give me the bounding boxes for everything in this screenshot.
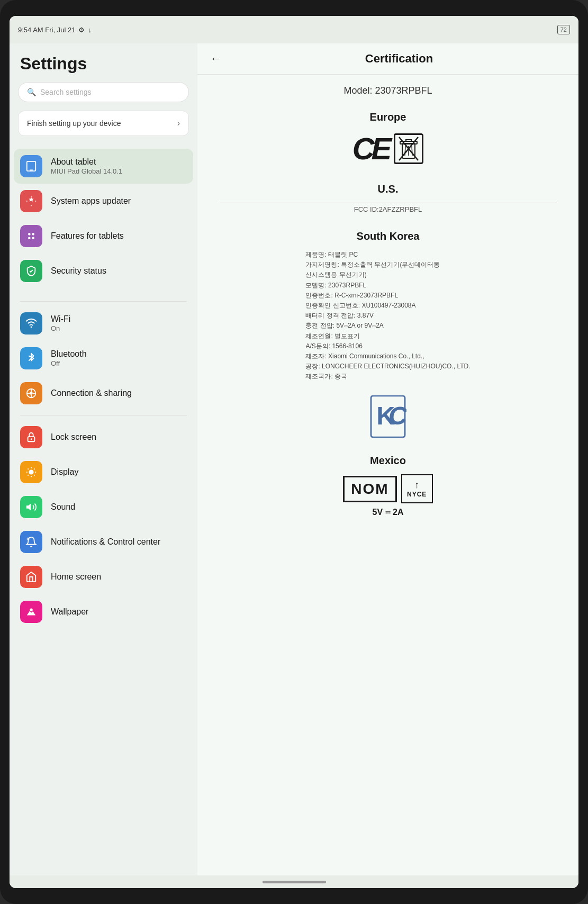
sidebar-item-lock-screen[interactable]: Lock screen	[10, 420, 197, 455]
sound-text: Sound	[51, 502, 187, 512]
sidebar-item-notifications[interactable]: Notifications & Control center	[10, 525, 197, 559]
cert-europe-section: Europe CE	[219, 111, 557, 166]
connection-text: Connection & sharing	[51, 388, 187, 398]
bluetooth-sublabel: Off	[51, 359, 187, 367]
lock-screen-label: Lock screen	[51, 432, 187, 442]
sidebar-item-system-apps[interactable]: System apps updater	[10, 184, 197, 219]
download-icon: ↓	[88, 26, 92, 34]
cert-europe-logos: CE	[219, 131, 557, 166]
svg-point-5	[32, 237, 34, 239]
display-icon	[20, 461, 42, 483]
divider-1	[20, 301, 187, 302]
device-frame: 9:54 AM Fri, Jul 21 ⚙ ↓ 72 Settings 🔍 Se…	[0, 0, 588, 904]
sidebar-item-home-screen[interactable]: Home screen	[10, 559, 197, 594]
display-label: Display	[51, 467, 187, 477]
bluetooth-icon	[20, 347, 42, 369]
features-text: Features for tablets	[51, 231, 187, 241]
sidebar-title: Settings	[10, 54, 197, 82]
about-tablet-text: About tablet MIUI Pad Global 14.0.1	[51, 157, 187, 175]
fcc-id: FCC ID:2AFZZRPBFL	[219, 203, 557, 213]
sidebar-item-connection[interactable]: Connection & sharing	[10, 376, 197, 411]
sidebar-item-wallpaper[interactable]: Wallpaper	[10, 594, 197, 629]
svg-point-15	[29, 469, 33, 474]
wifi-sublabel: On	[51, 324, 187, 332]
settings-icon: ⚙	[78, 26, 85, 34]
korea-details: 제품명: 태블릿 PC 가지제명칭: 특정소출력 무선기기(무선데이터통 신시스…	[305, 250, 470, 390]
battery-indicator: 72	[557, 25, 570, 34]
sidebar-item-features[interactable]: Features for tablets	[10, 219, 197, 254]
nyce-mark: ↑ NYCE	[401, 474, 433, 503]
svg-point-2	[28, 233, 31, 236]
sidebar-item-display[interactable]: Display	[10, 455, 197, 490]
features-label: Features for tablets	[51, 231, 187, 241]
certification-body: Model: 23073RPBFL Europe CE	[197, 75, 578, 875]
status-bar: 9:54 AM Fri, Jul 21 ⚙ ↓ 72	[10, 16, 578, 43]
home-icon	[20, 566, 42, 588]
wifi-icon	[20, 312, 42, 335]
sidebar-item-sound[interactable]: Sound	[10, 490, 197, 525]
nav-pill	[263, 881, 326, 883]
svg-point-4	[28, 237, 31, 239]
sidebar-item-security[interactable]: Security status	[10, 254, 197, 288]
sound-icon	[20, 496, 42, 518]
sidebar-item-about-tablet[interactable]: About tablet MIUI Pad Global 14.0.1	[14, 149, 193, 184]
sidebar-section-top: About tablet MIUI Pad Global 14.0.1 Syst…	[10, 149, 197, 297]
sound-label: Sound	[51, 502, 187, 512]
cert-us-label: U.S.	[219, 183, 557, 195]
divider-2	[20, 415, 187, 415]
tablet-icon	[20, 155, 42, 177]
about-tablet-label: About tablet	[51, 157, 187, 167]
features-icon	[20, 225, 42, 247]
about-tablet-sublabel: MIUI Pad Global 14.0.1	[51, 167, 187, 175]
wifi-label: Wi-Fi	[51, 314, 187, 324]
cert-model: Model: 23073RPBFL	[219, 85, 557, 96]
search-icon: 🔍	[27, 88, 36, 96]
content-header: ← Certification	[197, 43, 578, 75]
wallpaper-icon	[20, 601, 42, 623]
search-box[interactable]: 🔍 Search settings	[18, 82, 189, 102]
cert-europe-label: Europe	[219, 111, 557, 123]
screen: 9:54 AM Fri, Jul 21 ⚙ ↓ 72 Settings 🔍 Se…	[10, 16, 578, 888]
setup-label: Finish setting up your device	[27, 119, 121, 128]
setup-banner[interactable]: Finish setting up your device ›	[18, 111, 189, 136]
content-panel: ← Certification Model: 23073RPBFL Europe…	[197, 43, 578, 875]
sidebar-item-wifi[interactable]: Wi-Fi On	[10, 306, 197, 341]
back-button[interactable]: ←	[210, 52, 222, 66]
svg-text:C: C	[388, 401, 406, 430]
time-display: 9:54 AM Fri, Jul 21	[18, 26, 75, 34]
status-right: 72	[557, 25, 570, 34]
home-screen-text: Home screen	[51, 572, 187, 582]
connection-label: Connection & sharing	[51, 388, 187, 398]
svg-rect-24	[27, 538, 30, 540]
home-screen-label: Home screen	[51, 572, 187, 582]
security-text: Security status	[51, 266, 187, 276]
cert-mexico-label: Mexico	[219, 455, 557, 467]
bottom-nav-bar	[10, 875, 578, 888]
svg-line-23	[34, 468, 34, 469]
cert-mexico-section: Mexico NOM ↑ NYCE 5V ⎓ 2A	[219, 455, 557, 517]
status-time: 9:54 AM Fri, Jul 21 ⚙ ↓	[18, 26, 92, 34]
battery-level: 72	[560, 26, 567, 33]
security-label: Security status	[51, 266, 187, 276]
cert-korea-section: South Korea 제품명: 태블릿 PC 가지제명칭: 특정소출력 무선기…	[219, 230, 557, 438]
nom-mark: NOM	[343, 476, 396, 502]
svg-point-6	[31, 327, 32, 328]
bluetooth-text: Bluetooth Off	[51, 349, 187, 367]
notifications-icon	[20, 531, 42, 553]
svg-line-21	[34, 475, 34, 475]
wallpaper-label: Wallpaper	[51, 607, 187, 617]
content-title: Certification	[232, 52, 566, 66]
system-apps-icon	[20, 190, 42, 212]
search-placeholder: Search settings	[40, 88, 92, 96]
svg-point-3	[32, 233, 34, 236]
lock-screen-text: Lock screen	[51, 432, 187, 442]
sidebar: Settings 🔍 Search settings Finish settin…	[10, 43, 197, 875]
svg-point-8	[30, 392, 33, 395]
cert-korea-label: South Korea	[219, 230, 557, 242]
ce-mark: CE	[352, 131, 389, 166]
power-spec: 5V ⎓ 2A	[219, 508, 557, 517]
wallpaper-text: Wallpaper	[51, 607, 187, 617]
nom-logos: NOM ↑ NYCE	[219, 474, 557, 503]
main-content: Settings 🔍 Search settings Finish settin…	[10, 43, 578, 875]
sidebar-item-bluetooth[interactable]: Bluetooth Off	[10, 341, 197, 376]
